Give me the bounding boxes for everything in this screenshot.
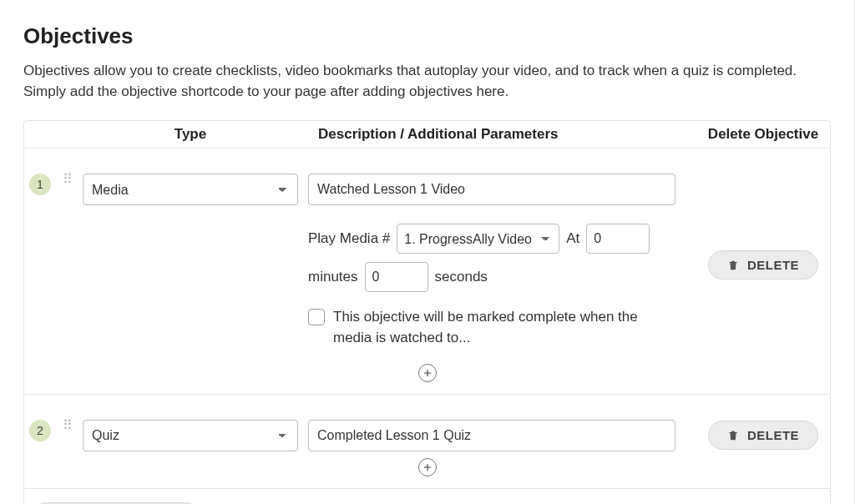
- row-number: 1: [29, 174, 51, 195]
- header-delete: Delete Objective: [696, 126, 830, 143]
- table-header: Type Description / Additional Parameters…: [24, 121, 830, 149]
- type-select[interactable]: Quiz: [83, 420, 298, 451]
- at-value-input[interactable]: [586, 224, 650, 254]
- objective-row: 1 Media Play Media # 1. ProgressAlly Vi: [24, 149, 830, 394]
- description-input[interactable]: [308, 174, 675, 205]
- table-footer: ADD OBJECTIVE: [24, 489, 830, 504]
- delete-button[interactable]: DELETE: [708, 421, 818, 450]
- seconds-label: seconds: [435, 269, 488, 285]
- mark-complete-label: This objective will be marked complete w…: [333, 307, 675, 348]
- media-select[interactable]: 1. ProgressAlly Video: [397, 224, 559, 254]
- objectives-table: Type Description / Additional Parameters…: [23, 120, 831, 504]
- plus-icon: [422, 368, 433, 378]
- plus-icon: [422, 462, 433, 472]
- mark-complete-checkbox[interactable]: [308, 309, 325, 325]
- section-title: Objectives: [23, 23, 831, 49]
- header-type: Type: [83, 126, 308, 143]
- seconds-value-input[interactable]: [365, 262, 428, 292]
- delete-button[interactable]: DELETE: [708, 250, 818, 280]
- description-input[interactable]: [308, 420, 675, 451]
- drag-handle-icon[interactable]: [63, 177, 73, 192]
- minutes-label: minutes: [308, 269, 358, 285]
- insert-objective-button[interactable]: [418, 364, 437, 382]
- play-media-label: Play Media #: [308, 230, 390, 247]
- at-label: At: [566, 230, 579, 247]
- media-parameters: Play Media # 1. ProgressAlly Video At mi…: [308, 224, 675, 348]
- objectives-section: Objectives Objectives allow you to creat…: [0, 0, 855, 504]
- header-desc: Description / Additional Parameters: [308, 126, 696, 143]
- insert-objective-button[interactable]: [418, 458, 437, 476]
- trash-icon: [727, 430, 739, 441]
- type-select[interactable]: Media: [83, 174, 298, 205]
- section-description: Objectives allow you to create checklist…: [23, 61, 831, 102]
- objective-row: 2 Quiz DELETE: [24, 395, 830, 489]
- trash-icon: [727, 260, 739, 271]
- row-number: 2: [29, 420, 51, 441]
- drag-handle-icon[interactable]: [63, 423, 73, 438]
